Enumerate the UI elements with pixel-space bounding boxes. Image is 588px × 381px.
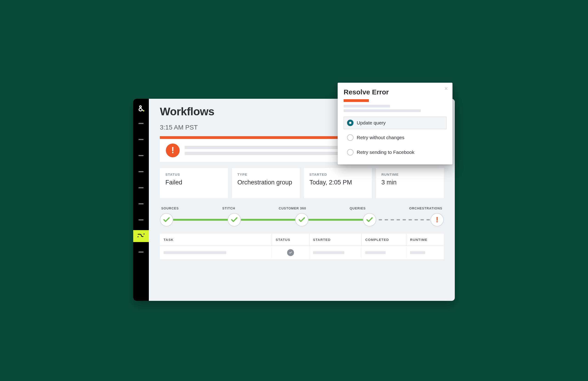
card-type: TYPE Orchestration group — [232, 168, 300, 198]
option-retry-label: Retry without changes — [357, 135, 404, 140]
error-bang-icon: ! — [166, 144, 180, 157]
status-complete-icon — [287, 249, 294, 256]
option-update-query[interactable]: Update query — [344, 117, 446, 129]
nav-item-5[interactable] — [133, 182, 149, 194]
step-label-sources: SOURCES — [161, 207, 179, 210]
card-status-label: STATUS — [165, 172, 222, 176]
th-started[interactable]: STARTED — [309, 233, 362, 246]
card-started-value: Today, 2:05 PM — [309, 179, 366, 187]
card-type-label: TYPE — [237, 172, 294, 176]
step-sources[interactable] — [160, 213, 173, 226]
option-retry-facebook[interactable]: Retry sending to Facebook — [344, 146, 446, 158]
nav-item-1[interactable] — [133, 118, 149, 129]
radio-icon — [347, 134, 354, 141]
step-orchestrations[interactable]: ! — [430, 213, 444, 226]
radio-icon — [347, 149, 354, 155]
task-table: TASK STATUS STARTED COMPLETED RUNTIME — [160, 233, 444, 259]
nav-item-7[interactable] — [133, 214, 149, 226]
check-icon — [230, 216, 238, 224]
step-queries[interactable] — [363, 213, 376, 226]
card-type-value: Orchestration group — [237, 179, 294, 187]
step-stitch[interactable] — [228, 213, 241, 226]
card-started: STARTED Today, 2:05 PM — [304, 168, 372, 198]
th-runtime[interactable]: RUNTIME — [406, 233, 444, 246]
sidebar — [133, 99, 149, 301]
card-started-label: STARTED — [309, 172, 366, 176]
nav-item-2[interactable] — [133, 134, 149, 146]
radio-selected-icon — [347, 120, 354, 126]
popover-title: Resolve Error — [344, 88, 446, 96]
option-update-query-label: Update query — [357, 120, 386, 126]
option-retry[interactable]: Retry without changes — [344, 131, 446, 144]
check-icon — [163, 216, 170, 224]
resolve-error-popover: × Resolve Error Update query Retry witho… — [338, 83, 452, 165]
workflow-stepper: SOURCES STITCH CUSTOMER 360 QUERIES ORCH… — [160, 207, 444, 227]
card-status: STATUS Failed — [160, 168, 228, 198]
th-completed[interactable]: COMPLETED — [361, 233, 406, 246]
connector-solid — [167, 219, 373, 221]
error-icon: ! — [436, 215, 438, 224]
check-icon — [298, 216, 306, 224]
card-runtime-value: 3 min — [381, 179, 439, 187]
nav-item-workflows[interactable] — [133, 230, 149, 242]
summary-cards: STATUS Failed TYPE Orchestration group S… — [160, 168, 444, 198]
workflows-icon — [138, 233, 145, 239]
svg-point-0 — [143, 110, 145, 111]
step-customer360[interactable] — [295, 213, 309, 226]
step-label-c360: CUSTOMER 360 — [279, 207, 306, 210]
nav-item-4[interactable] — [133, 166, 149, 178]
nav-item-3[interactable] — [133, 150, 149, 162]
card-status-value: Failed — [165, 179, 222, 187]
close-icon[interactable]: × — [443, 85, 449, 92]
th-task[interactable]: TASK — [160, 233, 272, 246]
nav-item-9[interactable] — [133, 246, 149, 258]
connector-dashed — [373, 219, 437, 220]
svg-point-1 — [138, 236, 139, 237]
table-row[interactable] — [160, 246, 444, 259]
step-label-stitch: STITCH — [222, 207, 235, 210]
svg-point-2 — [144, 233, 145, 234]
step-label-orch: ORCHESTRATIONS — [409, 207, 442, 210]
resolve-options: Update query Retry without changes Retry… — [344, 117, 446, 158]
check-icon — [366, 216, 374, 224]
card-runtime: RUNTIME 3 min — [376, 168, 444, 198]
nav-item-6[interactable] — [133, 198, 149, 210]
step-label-queries: QUERIES — [350, 207, 366, 210]
popover-accent — [344, 99, 369, 102]
th-status[interactable]: STATUS — [272, 233, 309, 246]
card-runtime-label: RUNTIME — [381, 172, 439, 176]
brand-ampersand-icon — [137, 104, 145, 112]
option-retry-facebook-label: Retry sending to Facebook — [357, 149, 414, 155]
